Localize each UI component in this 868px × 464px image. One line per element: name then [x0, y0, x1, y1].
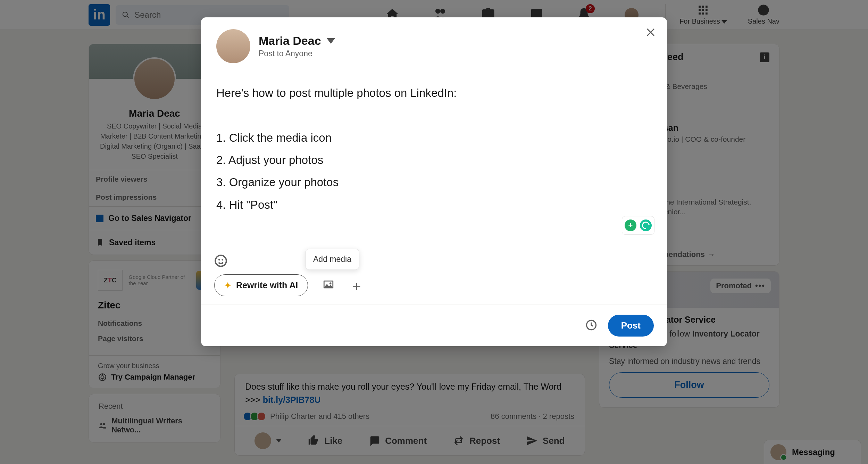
author-selector[interactable]: Maria Deac	[259, 34, 335, 48]
add-media-tooltip: Add media	[305, 249, 359, 270]
plus-icon: ＋	[350, 279, 364, 292]
svg-point-5	[222, 259, 223, 260]
audience-label[interactable]: Post to Anyone	[259, 49, 335, 58]
emoji-button[interactable]	[214, 254, 228, 268]
post-button[interactable]: Post	[608, 315, 654, 337]
clock-icon	[585, 319, 598, 331]
grammarly-premium-icon	[625, 219, 636, 231]
modal-overlay[interactable]: Maria Deac Post to Anyone Here's how to …	[0, 0, 868, 464]
add-more-button[interactable]: ＋	[350, 279, 364, 292]
schedule-button[interactable]	[585, 319, 598, 333]
post-content: Here's how to post multiple photos on Li…	[216, 82, 652, 216]
post-toolbar: Add media ✦ Rewrite with AI ＋	[201, 271, 667, 305]
chevron-down-icon	[327, 38, 335, 44]
grammarly-widget[interactable]	[622, 216, 654, 235]
close-icon	[645, 27, 656, 38]
grammarly-icon	[640, 219, 652, 231]
svg-point-4	[218, 259, 220, 260]
sparkle-icon: ✦	[224, 281, 231, 290]
avatar[interactable]	[216, 29, 250, 63]
modal-footer: Post	[201, 305, 667, 346]
create-post-modal: Maria Deac Post to Anyone Here's how to …	[201, 17, 667, 346]
author-name: Maria Deac	[259, 34, 321, 48]
close-button[interactable]	[643, 25, 658, 40]
add-media-button[interactable]	[322, 279, 336, 292]
svg-point-3	[215, 255, 226, 266]
image-icon	[322, 279, 335, 290]
rewrite-ai-button[interactable]: ✦ Rewrite with AI	[214, 274, 308, 296]
post-textarea[interactable]: Here's how to post multiple photos on Li…	[201, 67, 667, 254]
emoji-icon	[214, 254, 227, 267]
rewrite-ai-label: Rewrite with AI	[236, 280, 298, 290]
